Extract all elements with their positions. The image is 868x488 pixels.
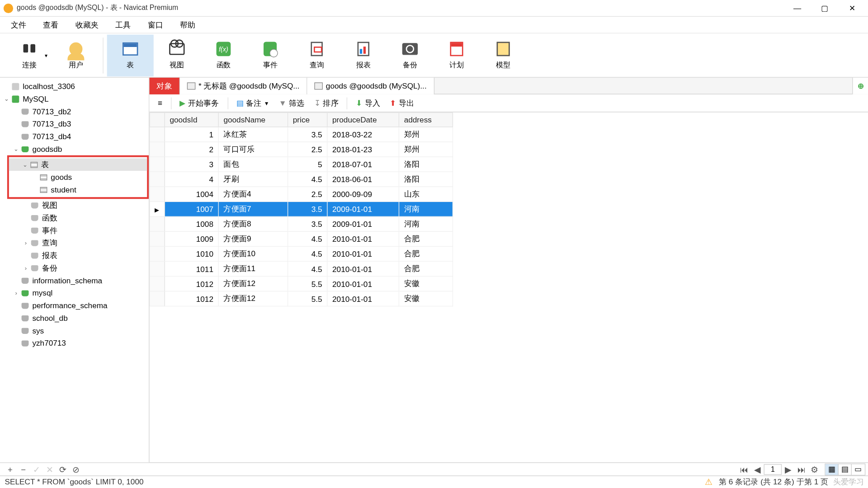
cell-produceDate[interactable]: 2010-01-01 (327, 246, 399, 261)
tree-db-sys[interactable]: sys (0, 324, 149, 337)
toolbar-event-button[interactable]: 事件 (247, 34, 293, 76)
cell-goodsName[interactable]: 牙刷 (218, 172, 288, 187)
cell-produceDate[interactable]: 2009-01-01 (327, 216, 399, 231)
menu-帮助[interactable]: 帮助 (171, 17, 203, 33)
tree-函数[interactable]: 函数 (0, 211, 149, 224)
col-price[interactable]: price (288, 113, 327, 127)
cell-address[interactable]: 河南 (399, 216, 453, 231)
cell-goodsName[interactable]: 方便面8 (218, 216, 288, 231)
cell-produceDate[interactable]: 2018-01-23 (327, 142, 399, 157)
cell-address[interactable]: 山东 (399, 187, 453, 202)
toolbar-query-button[interactable]: 查询 (293, 34, 340, 76)
cell-goodsId[interactable]: 1 (165, 127, 218, 142)
tree-conn-mysql[interactable]: ⌄MySQL (0, 93, 149, 105)
tree-备份[interactable]: ›备份 (0, 262, 149, 274)
cell-price[interactable]: 4.5 (288, 261, 327, 276)
settings-button[interactable]: ⚙ (808, 463, 821, 475)
cell-price[interactable]: 4.5 (288, 231, 327, 246)
table-row[interactable]: ▶1007方便面73.52009-01-01河南 (150, 202, 453, 216)
tree-tables-folder[interactable]: ⌄表 (9, 158, 147, 171)
cell-goodsName[interactable]: 方便面12 (218, 276, 288, 291)
export-button[interactable]: ⬆导出 (387, 96, 418, 110)
filter-button[interactable]: ▼筛选 (275, 96, 308, 110)
col-goodsName[interactable]: goodsName (218, 113, 288, 127)
table-row[interactable]: 3面包52018-07-01洛阳 (150, 157, 453, 172)
cell-price[interactable]: 5.5 (288, 291, 327, 306)
stop-button[interactable]: ⊘ (69, 463, 82, 475)
toolbar-model-button[interactable]: 模型 (480, 34, 527, 76)
cell-goodsId[interactable]: 1011 (165, 261, 218, 276)
data-grid[interactable]: goodsIdgoodsNamepriceproduceDateaddress1… (150, 113, 868, 463)
cell-goodsName[interactable]: 方便面12 (218, 291, 288, 306)
cell-goodsId[interactable]: 2 (165, 142, 218, 157)
cell-goodsId[interactable]: 1010 (165, 246, 218, 261)
cell-goodsId[interactable]: 1007 (165, 202, 218, 216)
table-row[interactable]: 1012方便面125.52010-01-01安徽 (150, 276, 453, 291)
tree-db-performance_schema[interactable]: performance_schema (0, 299, 149, 312)
menu-收藏夹[interactable]: 收藏夹 (67, 17, 107, 33)
tree-查询[interactable]: ›查询 (0, 237, 149, 249)
cell-price[interactable]: 4.5 (288, 172, 327, 187)
table-row[interactable]: 1011方便面114.52010-01-01合肥 (150, 261, 453, 276)
cell-goodsId[interactable]: 3 (165, 157, 218, 172)
cell-address[interactable]: 安徽 (399, 291, 453, 306)
tree-报表[interactable]: 报表 (0, 249, 149, 262)
cell-address[interactable]: 合肥 (399, 246, 453, 261)
tree-db-70713_db3[interactable]: 70713_db3 (0, 117, 149, 130)
toolbar-backup-button[interactable]: 备份 (387, 34, 433, 76)
cell-address[interactable]: 洛阳 (399, 157, 453, 172)
cell-goodsId[interactable]: 1004 (165, 187, 218, 202)
tree-db-school_db[interactable]: school_db (0, 312, 149, 324)
cell-price[interactable]: 3.5 (288, 202, 327, 216)
tree-db-goodsdb[interactable]: ⌄goodsdb (0, 143, 149, 155)
cell-address[interactable]: 郑州 (399, 127, 453, 142)
cell-produceDate[interactable]: 2018-03-22 (327, 127, 399, 142)
toolbar-report-button[interactable]: 报表 (340, 34, 387, 76)
menu-窗口[interactable]: 窗口 (139, 17, 171, 33)
form-view-button[interactable]: ▤ (839, 464, 852, 475)
cell-produceDate[interactable]: 2009-01-01 (327, 202, 399, 216)
tree-db-70713_db4[interactable]: 70713_db4 (0, 130, 149, 143)
cell-produceDate[interactable]: 2010-01-01 (327, 261, 399, 276)
cell-address[interactable]: 郑州 (399, 142, 453, 157)
cell-produceDate[interactable]: 2010-01-01 (327, 231, 399, 246)
tree-table-goods[interactable]: goods (9, 171, 147, 183)
tab-1[interactable]: * 无标题 @goodsdb (MySQ... (180, 77, 307, 94)
cell-price[interactable]: 2.5 (288, 142, 327, 157)
cancel-button[interactable]: ✕ (43, 463, 56, 475)
cell-goodsId[interactable]: 1008 (165, 216, 218, 231)
tab-0[interactable]: 对象 (150, 77, 180, 94)
text-view-button[interactable]: ▭ (852, 464, 865, 475)
cell-produceDate[interactable]: 2010-01-01 (327, 276, 399, 291)
memo-button[interactable]: ▤备注▼ (233, 96, 273, 110)
cell-goodsName[interactable]: 方便面7 (218, 202, 288, 216)
cell-produceDate[interactable]: 2010-01-01 (327, 291, 399, 306)
table-row[interactable]: 1012方便面125.52010-01-01安徽 (150, 291, 453, 306)
toolbar-func-button[interactable]: f(x)函数 (200, 34, 247, 76)
menu-工具[interactable]: 工具 (107, 17, 139, 33)
sort-button[interactable]: ↧排序 (311, 96, 342, 110)
refresh-button[interactable]: ⟳ (56, 463, 69, 475)
cell-price[interactable]: 5.5 (288, 276, 327, 291)
tree-conn-localhost[interactable]: localhost_3306 (0, 80, 149, 93)
tree-事件[interactable]: 事件 (0, 224, 149, 237)
last-page-button[interactable]: ⏭ (795, 463, 808, 475)
table-row[interactable]: 1008方便面83.52009-01-01河南 (150, 216, 453, 231)
tree-table-student[interactable]: student (9, 183, 147, 196)
tree-db-mysql[interactable]: ›mysql (0, 287, 149, 300)
col-address[interactable]: address (399, 113, 453, 127)
tree-db-70713_db2[interactable]: 70713_db2 (0, 105, 149, 118)
cell-goodsName[interactable]: 方便面4 (218, 187, 288, 202)
tab-2[interactable]: goods @goodsdb (MySQL)... (307, 77, 434, 94)
connection-tree[interactable]: localhost_3306⌄MySQL70713_db270713_db370… (0, 78, 150, 462)
toolbar-conn-button[interactable]: 连接▾ (6, 34, 52, 76)
cell-address[interactable]: 合肥 (399, 231, 453, 246)
cell-produceDate[interactable]: 2000-09-09 (327, 187, 399, 202)
cell-produceDate[interactable]: 2018-06-01 (327, 172, 399, 187)
toolbar-plan-button[interactable]: 计划 (433, 34, 480, 76)
cell-goodsName[interactable]: 方便面9 (218, 231, 288, 246)
toolbar-view-button[interactable]: 视图 (154, 34, 200, 76)
cell-goodsName[interactable]: 面包 (218, 157, 288, 172)
table-row[interactable]: 1004方便面42.52000-09-09山东 (150, 187, 453, 202)
add-tab-button[interactable]: ⊕ (852, 77, 868, 94)
